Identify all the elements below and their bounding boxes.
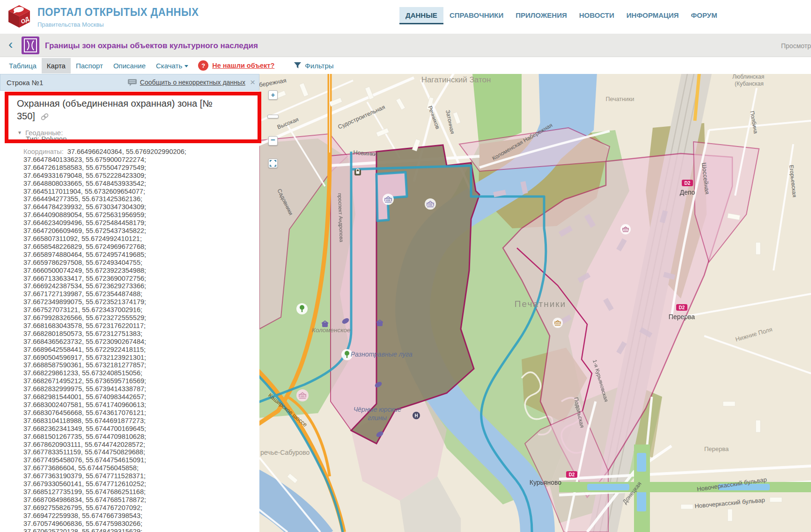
back-icon[interactable]: ‹ [8, 37, 13, 51]
nav-item-news[interactable]: НОВОСТИ [573, 7, 620, 23]
portal-title: ПОРТАЛ ОТКРЫТЫХ ДАННЫХ [37, 6, 199, 19]
coordinate-line: 37.6683076456668, 55.6743617076121; [23, 409, 248, 417]
tab-passport[interactable]: Паспорт [71, 58, 108, 73]
district-label: речье-Сабурово [260, 449, 310, 456]
tab-table[interactable]: Таблица [4, 58, 42, 73]
app-header: ОД ПОРТАЛ ОТКРЫТЫХ ДАННЫХ Правительства … [0, 0, 811, 34]
coordinates-label: Координаты: [23, 148, 64, 155]
coordinate-line: 37.6647261858583, 55.6755047297549; [23, 164, 248, 172]
coordinate-line: 37.66773686604, 55.6744756045858; [23, 464, 248, 472]
coordinates-list: 37.6647840133623, 55.6759000722274;37.66… [23, 156, 248, 532]
place-label: Коломенское [312, 327, 351, 334]
object-not-found-link[interactable]: Не нашли объект? [212, 62, 274, 69]
tab-map[interactable]: Карта [42, 58, 71, 73]
coordinate-line: 37.6688587590361, 55.6732181277857; [23, 361, 248, 369]
coordinate-line: 37.6692755826795, 55.674767207092; [23, 504, 248, 512]
coordinate-line: 37.6689642558441, 55.6722922418115; [23, 346, 248, 354]
coordinates-block: Координаты:37.664966240364, 55.676920299… [23, 148, 248, 532]
zoom-out-button[interactable]: − [268, 136, 278, 146]
coordinate-line: 37.6683002407581, 55.6741740960613; [23, 401, 248, 409]
coordinate-line: 37.6647840133623, 55.6759000722274; [23, 156, 248, 164]
triangle-collapse-icon[interactable]: ▼ [17, 130, 22, 135]
museum-icon [553, 318, 563, 328]
download-menu[interactable]: Скачать [151, 58, 193, 73]
coordinate-line: 37.670625720128, 55.6748429315629; [23, 528, 248, 532]
row-label: Строка №1 [7, 79, 43, 87]
coordinate-line: 37.668229861233, 55.6732408515056; [23, 369, 248, 377]
nav-item-data[interactable]: ДАННЫЕ [399, 7, 443, 24]
coordinate-line: 37.664966240364, 55.6769202990206; [67, 148, 186, 155]
coordinate-line: 37.6679330560141, 55.6747712610252; [23, 480, 248, 488]
district-label: Печатники [606, 96, 634, 102]
fullscreen-icon[interactable] [268, 159, 278, 168]
object-title: Охранная (объединенная охранная) зона [№… [17, 97, 229, 123]
tree-icon [296, 303, 308, 314]
coordinate-line: 37.6669242387534, 55.6723629273366; [23, 282, 248, 290]
coordinate-line: 37.6683104118988, 55.6744691877273; [23, 417, 248, 425]
coordinate-line: 37.6678620903111, 55.6744742028572; [23, 441, 248, 449]
report-incorrect-data-link[interactable]: Сообщить о некорректных данных [140, 79, 245, 86]
coordinate-line: 37.6677495458076, 55.6744754615091; [23, 456, 248, 464]
coordinate-line: 37.6679928326566, 55.6723272555529; [23, 314, 248, 322]
coordinate-line: 37.667527073121, 55.6723437002916; [23, 306, 248, 314]
coordinate-line: 37.6667133633417, 55.6723690072756; [23, 275, 248, 283]
link-icon[interactable] [41, 113, 49, 120]
filter-funnel-icon [294, 62, 302, 69]
coordinate-line: 37.6677363190379, 55.6747711528371; [23, 472, 248, 480]
coordinate-line: 37.6644090889054, 55.6725631956959; [23, 211, 248, 219]
d2-badge-label: D2 [679, 305, 685, 310]
nav-item-forum[interactable]: ФОРУМ [685, 7, 723, 23]
coordinate-line: 37.6671727139987, 55.672354487488; [23, 290, 248, 298]
dataset-category-icon [22, 36, 39, 54]
coordinate-line: 37.664494277355, 55.6731425362136; [23, 195, 248, 203]
zoom-in-button[interactable]: + [268, 90, 278, 100]
geometry-type-line: Тип: Polygon [26, 135, 67, 143]
coordinate-line: 37.6684365623732, 55.6723090267484; [23, 338, 248, 346]
coordinate-line: 37.6659786297508, 55.672493404755; [23, 259, 248, 267]
help-icon[interactable]: ? [198, 60, 208, 71]
district-label: Перерва [704, 445, 729, 452]
d2-badge-label: D2 [569, 472, 575, 477]
filters-button[interactable]: Фильтры [294, 62, 333, 70]
district-label: Печатники [515, 299, 566, 309]
coordinate-line: 37.6648808033665, 55.6748453933542; [23, 180, 248, 188]
lock-icon [354, 169, 361, 175]
station-name: Курьяново [530, 479, 561, 486]
download-label: Скачать [156, 62, 182, 70]
coordinate-line: 37.6647206609469, 55.6725437345822; [23, 227, 248, 235]
helipad-icon: H [413, 412, 420, 419]
dataset-toolbar: Таблица Карта Паспорт Описание Скачать ?… [0, 57, 811, 74]
coordinate-line: 37.6658974880464, 55.6724957419685; [23, 251, 248, 259]
comment-bubble-icon [128, 79, 137, 86]
coordinate-line: 37.6681683043578, 55.6723176220117; [23, 322, 248, 330]
portal-logo-icon[interactable]: ОД [7, 4, 32, 29]
main-nav: ДАННЫЕ СПРАВОЧНИКИ ПРИЛОЖЕНИЯ НОВОСТИ ИН… [399, 7, 723, 24]
coordinate-line: 37.6660500074249, 55.6723922354988; [23, 267, 248, 275]
coordinate-line: 37.6677833511159, 55.6744750829688; [23, 448, 248, 456]
museum-icon [383, 194, 394, 205]
coordinate-line: 37.6649331679048, 55.6752228423309; [23, 172, 248, 180]
nav-item-applications[interactable]: ПРИЛОЖЕНИЯ [509, 7, 573, 23]
chevron-down-icon [184, 65, 188, 67]
coordinate-line: 37.6682362341349, 55.6744700169645; [23, 425, 248, 433]
nature-label: Чёрные юрские [354, 406, 401, 413]
map-image[interactable]: H D2 Депо D2 Перерва D2 Курьяново бережн… [259, 74, 811, 532]
nav-item-information[interactable]: ИНФОРМАЦИЯ [620, 7, 685, 23]
coordinate-line: 37.6690504596917, 55.6732123921301; [23, 354, 248, 362]
coordinate-line: 37.6672349899075, 55.6723521374179; [23, 298, 248, 306]
coordinate-line: 37.6682832999975, 55.6739414338787; [23, 385, 248, 393]
station-name: Перерва [669, 313, 695, 321]
nav-item-directories[interactable]: СПРАВОЧНИКИ [443, 7, 509, 23]
coordinate-line: 37.669472259938, 55.6747667398543; [23, 512, 248, 520]
close-icon[interactable]: × [250, 78, 255, 87]
dataset-bar: ‹ Границы зон охраны объектов культурног… [0, 34, 811, 57]
map-canvas[interactable]: H D2 Депо D2 Перерва D2 Курьяново бережн… [259, 74, 811, 532]
station-name: Депо [680, 189, 695, 196]
coordinates-first-line: Координаты:37.664966240364, 55.676920299… [23, 148, 248, 156]
zoom-slider-handle[interactable] [267, 115, 279, 118]
nature-label: Разнотравные луга [351, 350, 413, 358]
coordinate-line: 37.6658548226829, 55.6724969672768; [23, 243, 248, 251]
nature-label: глины [368, 414, 387, 422]
coordinate-line: 37.6705749606836, 55.674759830266; [23, 520, 248, 528]
tab-description[interactable]: Описание [108, 58, 151, 73]
